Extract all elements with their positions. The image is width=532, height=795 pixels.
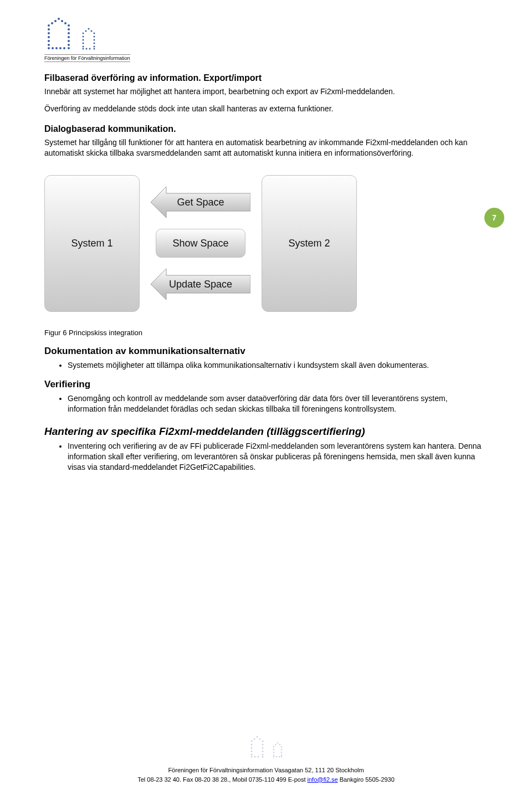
svg-point-54 xyxy=(262,754,264,756)
svg-point-12 xyxy=(68,36,70,38)
svg-point-50 xyxy=(262,747,264,749)
svg-point-52 xyxy=(262,751,264,752)
list-item: Inventering och verifiering av de av FFi… xyxy=(68,441,488,473)
svg-point-17 xyxy=(48,47,50,49)
svg-point-72 xyxy=(279,756,280,758)
svg-point-51 xyxy=(251,751,253,752)
svg-point-0 xyxy=(58,18,60,20)
svg-point-65 xyxy=(281,749,283,751)
section-heading-dialog: Dialogbaserad kommunikation. xyxy=(44,124,488,134)
svg-point-31 xyxy=(94,39,95,41)
svg-point-44 xyxy=(259,738,261,740)
svg-point-66 xyxy=(273,752,275,753)
arrow-label-text: Update Space xyxy=(169,279,232,290)
page-footer: Föreningen för Förvaltningsinformation V… xyxy=(0,735,532,784)
section-heading-dokumentation: Dokumentation av kommunikationsalternati… xyxy=(44,346,488,357)
footer-bankgiro: Bankgiro 5505-2930 xyxy=(338,776,395,783)
house-icon xyxy=(79,27,99,52)
svg-point-24 xyxy=(85,30,87,32)
header-logo: Föreningen för Förvaltningsinformation xyxy=(44,17,488,62)
svg-point-28 xyxy=(83,36,84,38)
svg-point-10 xyxy=(68,32,70,34)
body-text: Systemet har tillgång till funktioner fö… xyxy=(44,137,488,158)
svg-point-49 xyxy=(251,747,253,749)
svg-point-59 xyxy=(277,742,279,744)
svg-point-73 xyxy=(281,756,283,758)
svg-point-38 xyxy=(89,48,91,50)
svg-point-62 xyxy=(273,746,275,748)
svg-point-5 xyxy=(48,24,50,27)
svg-point-39 xyxy=(94,48,95,50)
body-text: Överföring av meddelande stöds dock inte… xyxy=(44,104,488,114)
svg-point-35 xyxy=(94,46,95,48)
footer-email-link[interactable]: info@fi2.se xyxy=(308,776,338,783)
svg-point-36 xyxy=(83,48,84,50)
diagram-system1: System 1 xyxy=(44,175,140,312)
svg-point-42 xyxy=(257,736,258,738)
footer-address: Föreningen för Förvaltningsinformation V… xyxy=(0,766,532,775)
bullet-list: Systemets möjligheter att tillämpa olika… xyxy=(44,360,488,371)
svg-point-32 xyxy=(83,43,84,44)
diagram-show-space: Show Space xyxy=(156,229,245,258)
svg-point-63 xyxy=(281,746,283,748)
footer-tel: Tel 08-23 32 40. Fax 08-20 38 28., Mobil… xyxy=(137,776,307,783)
svg-point-45 xyxy=(251,741,253,742)
diagram-system2: System 2 xyxy=(262,175,357,312)
figure-caption: Figur 6 Principskiss integration xyxy=(44,329,488,337)
svg-point-25 xyxy=(91,30,93,32)
svg-point-34 xyxy=(83,46,84,48)
svg-point-68 xyxy=(273,755,275,756)
svg-point-57 xyxy=(258,756,259,758)
svg-point-16 xyxy=(68,44,70,46)
diagram-arrow-get-space: Get Space xyxy=(151,187,250,218)
svg-point-18 xyxy=(52,47,54,49)
svg-point-9 xyxy=(48,32,50,34)
house-icon xyxy=(247,735,267,760)
footer-contact: Tel 08-23 32 40. Fax 08-20 38 28., Mobil… xyxy=(0,775,532,784)
svg-point-8 xyxy=(68,28,70,30)
page-number-badge: 7 xyxy=(484,208,504,228)
bullet-list: Genomgång och kontroll av meddelande som… xyxy=(44,393,488,414)
svg-point-71 xyxy=(276,756,278,758)
arrow-label-text: Get Space xyxy=(177,197,224,208)
svg-point-55 xyxy=(251,756,253,758)
svg-point-7 xyxy=(48,28,50,30)
svg-point-48 xyxy=(262,744,264,746)
svg-point-19 xyxy=(55,47,58,49)
svg-point-4 xyxy=(64,22,66,24)
svg-point-69 xyxy=(281,755,283,756)
svg-point-6 xyxy=(68,24,70,27)
house-icon xyxy=(270,741,285,760)
svg-point-27 xyxy=(94,33,95,34)
logo-caption: Föreningen för Förvaltningsinformation xyxy=(44,54,130,62)
house-icon xyxy=(44,17,73,52)
svg-point-60 xyxy=(275,744,277,746)
svg-point-14 xyxy=(68,40,70,42)
svg-point-47 xyxy=(251,744,253,746)
diagram-integration: System 1 Get Space Show Space Update Spa… xyxy=(44,175,488,312)
svg-point-22 xyxy=(68,47,70,49)
list-item: Systemets möjligheter att tillämpa olika… xyxy=(68,360,488,371)
svg-point-37 xyxy=(86,48,88,50)
svg-point-46 xyxy=(262,741,264,742)
diagram-arrow-update-space: Update Space xyxy=(151,269,250,300)
body-text: Innebär att systemet har möjlighet att h… xyxy=(44,86,488,97)
svg-point-33 xyxy=(94,43,95,44)
svg-point-61 xyxy=(279,744,281,746)
svg-point-23 xyxy=(88,28,90,30)
svg-point-11 xyxy=(48,36,50,38)
svg-point-1 xyxy=(54,20,57,22)
svg-point-56 xyxy=(254,756,256,758)
svg-point-70 xyxy=(273,756,275,758)
svg-point-64 xyxy=(273,749,275,751)
svg-point-20 xyxy=(59,47,62,49)
bullet-list: Inventering och verifiering av de av FFi… xyxy=(44,441,488,473)
svg-point-21 xyxy=(63,47,65,49)
section-heading-hantering: Hantering av specifika Fi2xml-meddelande… xyxy=(44,425,488,438)
svg-point-58 xyxy=(262,756,264,758)
section-heading-verifiering: Verifiering xyxy=(44,379,488,390)
svg-point-15 xyxy=(48,44,50,46)
list-item: Genomgång och kontroll av meddelande som… xyxy=(68,393,488,414)
svg-point-30 xyxy=(83,39,84,41)
svg-point-43 xyxy=(254,738,255,740)
